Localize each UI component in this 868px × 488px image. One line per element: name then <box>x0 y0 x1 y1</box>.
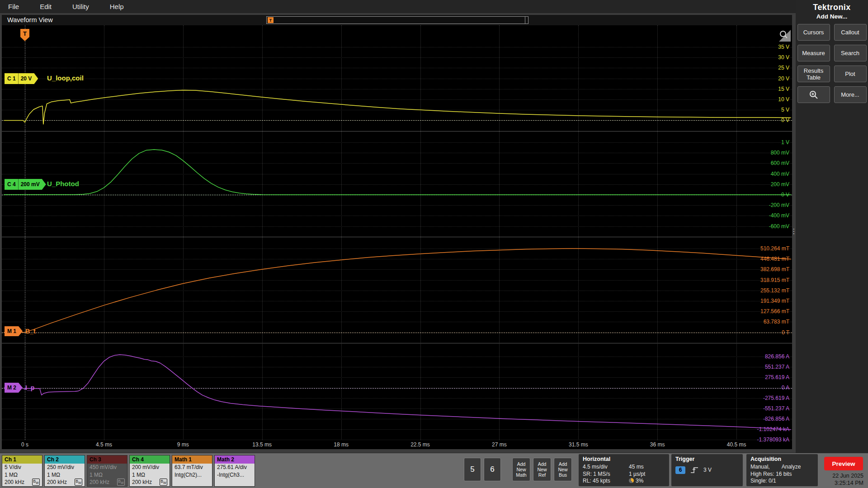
datetime-display: 22 Jun 2025 3:25:14 PM <box>813 472 863 487</box>
badge-value: 5 V/div <box>5 464 21 471</box>
channel-badge-math2[interactable]: Math 2275.61 A/div-Intg(Ch3... <box>214 455 255 487</box>
acquisition-resolution: High Res: 16 bits <box>750 471 814 478</box>
horizontal-scale: 4.5 ms/div <box>583 464 629 471</box>
bandwidth-icon: BW <box>32 479 40 486</box>
badge-value: 200 kHz <box>90 479 109 486</box>
badge-setting-row: 5 V/div <box>2 464 42 471</box>
add-new-search-button[interactable]: Search <box>834 45 867 61</box>
badge-setting-row: Intg(Ch2)... <box>172 471 212 479</box>
channel4-id: C 4 <box>7 181 16 188</box>
pan-strip-end-cap <box>525 17 528 23</box>
badge-setting-row: 1 MΩ <box>2 471 42 479</box>
preview-button[interactable]: Preview <box>824 457 863 470</box>
badge-setting-row: 1 MΩ <box>130 471 170 479</box>
record-length: RL: 45 kpts <box>583 478 629 485</box>
channel4-scale-badge[interactable]: C 4 200 mV <box>5 179 46 190</box>
math1-id: M 1 <box>7 328 16 334</box>
add-new-ref-button[interactable]: Add New Ref <box>533 458 551 481</box>
badge-setting-row: 200 kHzBW <box>2 479 42 486</box>
add-new-callout-button[interactable]: Callout <box>834 24 867 41</box>
channel1-id: C 1 <box>7 75 16 82</box>
bottom-bar: Ch 15 V/div1 MΩ200 kHzBWCh 2250 mV/div1 … <box>0 453 868 488</box>
badge-setting-row: 1 MΩ <box>45 471 85 479</box>
ref-slot-buttons: 56 <box>464 458 501 481</box>
badge-setting-row: 450 mV/div <box>87 464 127 471</box>
badge-value: 200 kHz <box>47 479 67 486</box>
channel-badge-label: Ch 3 <box>87 455 127 464</box>
acquisition-title: Acquisition <box>750 456 814 462</box>
acquisition-analyze: Analyze <box>782 464 801 471</box>
trace-math1 <box>4 249 791 333</box>
zoom-tool-button[interactable] <box>797 86 830 103</box>
badge-value: 1 MΩ <box>90 471 103 479</box>
trigger-source-badge[interactable]: 6 <box>675 466 685 474</box>
badge-setting-row: 275.61 A/div <box>215 464 255 471</box>
add-new-math-button[interactable]: Add New Math <box>512 458 530 481</box>
horizontal-pan-strip[interactable]: T <box>266 16 528 24</box>
menu-edit[interactable]: Edit <box>40 3 52 10</box>
more-button[interactable]: More... <box>834 86 867 103</box>
waveform-view-header: Waveform View T <box>2 15 792 25</box>
sample-interval: 1 µs/pt <box>629 471 645 478</box>
channel-badge-label: Math 2 <box>215 455 255 464</box>
add-new-cursors-button[interactable]: Cursors <box>797 24 830 41</box>
channel1-scale-badge[interactable]: C 1 20 V <box>5 73 38 84</box>
bandwidth-icon: BW <box>160 479 167 486</box>
badge-setting-row: 63.7 mT/div <box>172 464 212 471</box>
channel1-waveform-label: U_loop,coil <box>47 74 84 82</box>
badge-value: 200 kHz <box>132 479 152 486</box>
badge-divider <box>18 73 19 84</box>
add-new-plot-button[interactable]: Plot <box>834 66 867 82</box>
trace-math2 <box>4 355 791 430</box>
add-new-bus-button[interactable]: Add New Bus <box>554 458 572 481</box>
channel-badge-math1[interactable]: Math 163.7 mT/divIntg(Ch2)... <box>172 455 212 487</box>
badge-divider <box>18 179 19 190</box>
channel-badge-ch3[interactable]: Ch 3450 mV/div1 MΩ200 kHzBW <box>87 455 127 487</box>
zoom-corner-icon[interactable] <box>777 30 791 43</box>
badge-value: 275.61 A/div <box>217 464 247 471</box>
badge-value: 200 mV/div <box>132 464 159 471</box>
menu-utility[interactable]: Utility <box>72 3 89 10</box>
bandwidth-icon: BW <box>117 479 125 486</box>
bandwidth-icon: BW <box>75 479 82 486</box>
badge-value: 63.7 mT/div <box>175 464 203 471</box>
badge-value: 200 kHz <box>5 479 24 486</box>
acquisition-settings-panel[interactable]: Acquisition Manual, Analyze High Res: 16… <box>746 454 818 486</box>
channel-badge-ch4[interactable]: Ch 4200 mV/div1 MΩ200 kHzBW <box>129 455 170 487</box>
badge-setting-row: 1 MΩ <box>87 471 127 479</box>
channel-badge-label: Ch 1 <box>2 455 42 464</box>
trigger-title: Trigger <box>675 456 739 462</box>
channel-badge-ch2[interactable]: Ch 2250 mV/div1 MΩ200 kHzBW <box>44 455 85 487</box>
add-new-measure-button[interactable]: Measure <box>797 45 830 61</box>
horizontal-settings-panel[interactable]: Horizontal 4.5 ms/div45 ms SR: 1 MS/s1 µ… <box>579 454 669 486</box>
right-panel: Tektronix Add New... CursorsCalloutMeasu… <box>796 0 868 453</box>
plot-area[interactable]: 35 V30 V25 V20 V15 V10 V5 V0 V1 V800 mV6… <box>2 25 792 449</box>
channel4-waveform-label: U_Photod <box>47 180 79 188</box>
compression-value: 3% <box>629 478 643 485</box>
menu-help[interactable]: Help <box>110 3 124 10</box>
channel-badge-label: Math 1 <box>172 455 212 464</box>
acquisition-sequence: Single: 0/1 <box>750 478 814 485</box>
channel-badge-ch1[interactable]: Ch 15 V/div1 MΩ200 kHzBW <box>2 455 42 487</box>
trigger-settings-panel[interactable]: Trigger 6 3 V <box>671 454 743 486</box>
trace-ch1 <box>4 90 791 124</box>
horizontal-span: 45 ms <box>629 464 644 471</box>
date-label: 22 Jun 2025 <box>813 472 863 479</box>
trigger-position-marker[interactable]: T <box>268 17 274 23</box>
ref-slot-button-6[interactable]: 6 <box>484 458 501 481</box>
panel-splitter-handle[interactable]: ⋮ <box>792 224 796 239</box>
badge-value: 250 mV/div <box>47 464 74 471</box>
add-new-results-table-button[interactable]: Results Table <box>797 66 830 82</box>
ref-slot-button-5[interactable]: 5 <box>464 458 481 481</box>
add-new-button-grid: CursorsCalloutMeasureSearchResults Table… <box>796 24 868 103</box>
badge-setting-row: 200 mV/div <box>130 464 170 471</box>
waveform-view-tab[interactable]: Waveform View <box>7 16 53 23</box>
horizontal-title: Horizontal <box>583 456 665 462</box>
channel-badge-label: Ch 2 <box>45 455 85 464</box>
badge-setting-row: -Intg(Ch3... <box>215 471 255 479</box>
badge-value: 450 mV/div <box>90 464 117 471</box>
acquisition-mode: Manual, <box>750 464 770 471</box>
menu-file[interactable]: File <box>8 3 19 10</box>
magnifier-plus-icon <box>809 90 819 100</box>
add-new-title: Add New... <box>796 13 868 20</box>
